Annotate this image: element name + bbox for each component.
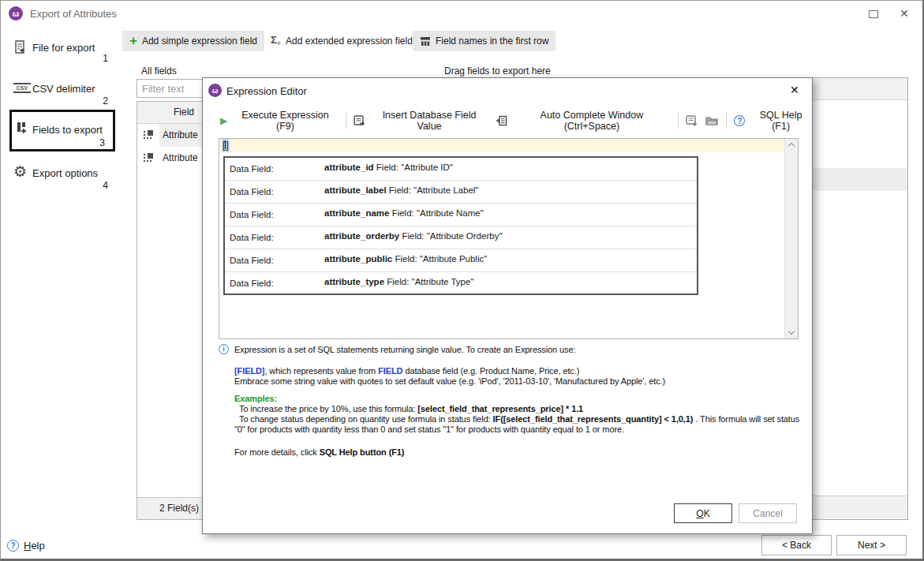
- field-row-label: Attribute: [163, 152, 198, 163]
- item-kind: Data Field:: [230, 164, 274, 174]
- sidebar-item-fields-to-export[interactable]: Fields to export: [32, 124, 103, 136]
- example-1-line: To increase the price by 10%, use this f…: [234, 404, 806, 414]
- examples-heading: Examples:: [234, 394, 806, 404]
- file-export-icon: [14, 40, 28, 54]
- autocomplete-item-attribute-orderby[interactable]: Data Field: attribute_orderby Field: "At…: [225, 226, 697, 249]
- all-fields-label: All fields: [141, 65, 177, 77]
- plus-icon: +: [129, 35, 137, 47]
- scroll-up-icon[interactable]: [788, 143, 795, 149]
- add-simple-label: Add simple expression field: [142, 36, 257, 47]
- sidebar-item-file-for-export[interactable]: File for export: [32, 42, 95, 54]
- expression-editor-dialog: ω Expression Editor ✕ ▶ Execute Expressi…: [202, 77, 813, 534]
- step-number-3: 3: [89, 137, 105, 148]
- example-2-line: To change status depending on quantity u…: [234, 414, 806, 435]
- app-logo-icon: ω: [9, 6, 23, 21]
- item-value: attribute_label Field: "Attribute Label": [324, 185, 478, 195]
- expression-help-text: i Expression is a set of SQL statements …: [234, 345, 806, 458]
- dialog-close-icon[interactable]: ✕: [790, 84, 799, 96]
- editor-current-line: []: [219, 139, 784, 152]
- more-details-line: For more details, click SQL Help button …: [234, 447, 806, 458]
- editor-expression-text: []: [222, 139, 230, 152]
- cancel-button[interactable]: Cancel: [739, 503, 797, 523]
- field-names-first-row-toggle[interactable]: Field names in the first row: [413, 31, 556, 51]
- scroll-down-icon[interactable]: [788, 328, 795, 335]
- sidebar-item-csv-delimiter[interactable]: CSV delimiter: [32, 83, 95, 95]
- help-question-icon: ?: [7, 540, 19, 552]
- help-label: Help: [24, 540, 45, 552]
- sidebar-item-export-options[interactable]: Export options: [32, 167, 98, 179]
- sigma-plus-icon: Σ+: [271, 34, 281, 47]
- auto-complete-label: Auto Complete Window (Ctrl+Space): [512, 110, 671, 132]
- autocomplete-item-attribute-type[interactable]: Data Field: attribute_type Field: "Attri…: [225, 272, 697, 295]
- item-kind: Data Field:: [230, 279, 274, 288]
- step-number-2: 2: [92, 95, 108, 107]
- step-number-1: 1: [92, 53, 108, 64]
- info-intro-line: i Expression is a set of SQL statements …: [234, 345, 806, 355]
- window-close-icon[interactable]: ✕: [900, 7, 909, 20]
- field-row-label: Attribute: [163, 129, 198, 140]
- fields-to-export-icon: [16, 122, 28, 134]
- add-extended-expression-field-button[interactable]: Σ+ Add extended expression field: [264, 31, 420, 51]
- folder-open-icon: [705, 115, 719, 126]
- autocomplete-item-attribute-name[interactable]: Data Field: attribute_name Field: "Attri…: [225, 204, 697, 226]
- insert-label: Insert Database Field Value: [370, 110, 489, 132]
- dialog-title: Expression Editor: [226, 85, 307, 97]
- add-extended-label: Add extended expression field: [286, 36, 413, 47]
- auto-complete-window-button[interactable]: Auto Complete Window (Ctrl+Space): [496, 110, 671, 132]
- play-icon: ▶: [220, 115, 227, 126]
- item-kind: Data Field:: [230, 256, 274, 265]
- auto-complete-icon: [496, 115, 507, 126]
- sql-help-button[interactable]: ? SQL Help (F1): [734, 110, 812, 132]
- window-title: Export of Attributes: [30, 8, 117, 20]
- autocomplete-item-attribute-label[interactable]: Data Field: attribute_label Field: "Attr…: [225, 181, 697, 204]
- data-field-icon: [143, 152, 154, 163]
- info-field-line: [FIELD], which represents value from FIE…: [234, 366, 806, 376]
- save-down-icon: [686, 115, 698, 127]
- open-expression-icon-button[interactable]: [705, 115, 719, 126]
- maximize-button[interactable]: [869, 10, 878, 18]
- table-first-row-icon: [420, 36, 431, 47]
- item-value: attribute_id Field: "Attribute ID": [324, 163, 453, 172]
- toolbar-separator: [678, 113, 679, 129]
- autocomplete-item-attribute-id[interactable]: Data Field: attribute_id Field: "Attribu…: [225, 158, 697, 181]
- toolbar-separator: [346, 113, 346, 129]
- next-button[interactable]: Next >: [836, 535, 907, 555]
- back-button[interactable]: < Back: [761, 535, 832, 555]
- info-quotes-line: Embrace some string value with quotes to…: [234, 376, 806, 387]
- field-names-label: Field names in the first row: [436, 36, 548, 47]
- data-field-icon: [143, 129, 154, 140]
- item-value: attribute_public Field: "Attribute Publi…: [324, 254, 487, 264]
- autocomplete-dropdown: Data Field: attribute_id Field: "Attribu…: [223, 156, 698, 295]
- autocomplete-item-attribute-public[interactable]: Data Field: attribute_public Field: "Att…: [225, 249, 697, 272]
- add-simple-expression-field-button[interactable]: + Add simple expression field: [122, 31, 264, 51]
- save-expression-icon-button[interactable]: [686, 115, 698, 127]
- insert-database-field-value-button[interactable]: Insert Database Field Value: [354, 110, 489, 132]
- item-value: attribute_name Field: "Attribute Name": [324, 208, 484, 218]
- dialog-toolbar: ▶ Execute Expression (F9) Insert Databas…: [220, 110, 812, 132]
- help-link[interactable]: ? Help: [7, 540, 45, 552]
- info-icon: i: [219, 344, 229, 354]
- item-kind: Data Field:: [230, 187, 274, 196]
- dialog-logo-icon: ω: [208, 84, 222, 97]
- execute-expression-button[interactable]: ▶ Execute Expression (F9): [220, 110, 339, 132]
- step-number-4: 4: [92, 180, 108, 191]
- item-kind: Data Field:: [230, 210, 274, 219]
- title-bar: ω Export of Attributes ✕: [1, 1, 922, 26]
- csv-icon: CSV: [13, 83, 31, 93]
- insert-field-icon: [354, 115, 365, 126]
- drag-fields-label: Drag fields to export here: [444, 65, 551, 77]
- ok-button[interactable]: OK: [674, 503, 732, 523]
- toolbar-separator: [726, 113, 727, 129]
- item-value: attribute_orderby Field: "Attribute Orde…: [324, 231, 502, 241]
- export-of-attributes-window: ω Export of Attributes ✕ File for export…: [0, 0, 924, 561]
- execute-label: Execute Expression (F9): [232, 110, 339, 132]
- sql-help-question-icon: ?: [734, 115, 745, 126]
- editor-vertical-scrollbar[interactable]: [784, 139, 798, 338]
- item-kind: Data Field:: [230, 233, 274, 242]
- item-value: attribute_type Field: "Attribute Type": [324, 277, 473, 286]
- field-count-label: 2 Field(s): [137, 503, 199, 514]
- gear-icon: ⚙: [13, 164, 27, 179]
- app-logo-glyph: ω: [13, 9, 19, 18]
- sql-help-label: SQL Help (F1): [750, 110, 812, 132]
